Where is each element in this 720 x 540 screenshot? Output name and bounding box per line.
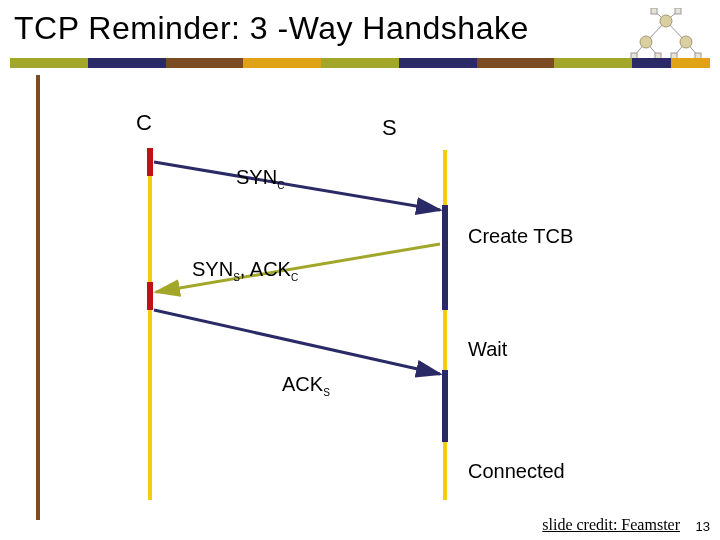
- server-label: S: [382, 115, 397, 141]
- msg2-label: SYNS, ACKC: [192, 258, 298, 283]
- svg-line-25: [154, 310, 440, 374]
- svg-rect-22: [442, 370, 448, 442]
- svg-line-23: [154, 162, 440, 210]
- state-wait: Wait: [468, 338, 507, 361]
- slide-credit: slide credit: Feamster: [542, 516, 680, 534]
- client-label: C: [136, 110, 152, 136]
- handshake-diagram: [0, 0, 720, 540]
- svg-rect-19: [147, 148, 153, 176]
- page-number: 13: [696, 519, 710, 534]
- svg-rect-21: [442, 205, 448, 310]
- msg1-label: SYNC: [236, 166, 284, 191]
- msg3-label: ACKS: [282, 373, 330, 398]
- state-create-tcb: Create TCB: [468, 225, 573, 248]
- svg-rect-20: [147, 282, 153, 310]
- state-connected: Connected: [468, 460, 565, 483]
